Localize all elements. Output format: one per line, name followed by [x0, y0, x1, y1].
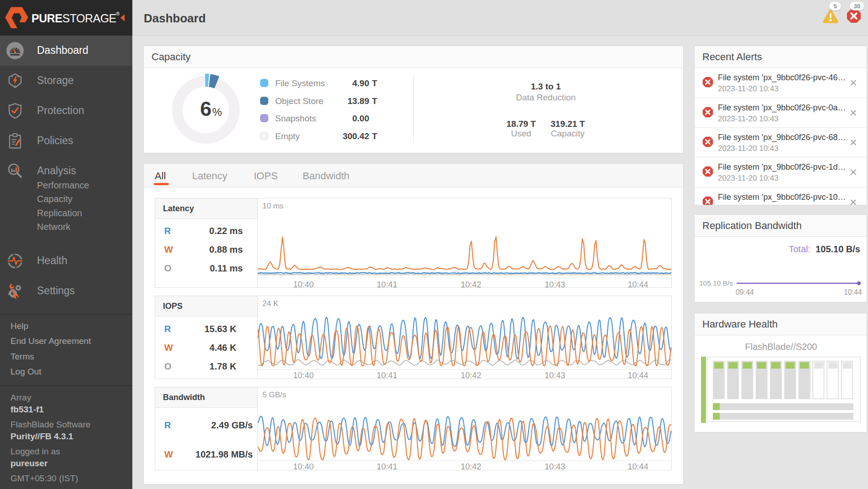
svg-text:10:44: 10:44: [844, 288, 862, 296]
svg-text:10:44: 10:44: [627, 280, 648, 288]
svg-text:24 K: 24 K: [262, 299, 279, 308]
svg-text:10:43: 10:43: [544, 371, 565, 379]
svg-text:10:41: 10:41: [376, 371, 397, 379]
svg-text:10:42: 10:42: [460, 280, 481, 288]
svg-text:10:44: 10:44: [627, 462, 648, 470]
svg-text:10 ms: 10 ms: [262, 202, 283, 210]
svg-text:10:42: 10:42: [460, 371, 481, 379]
svg-text:10:40: 10:40: [293, 462, 314, 470]
svg-text:6: 6: [200, 97, 211, 120]
svg-text:10:43: 10:43: [544, 280, 565, 288]
svg-text:105.10 B/s: 105.10 B/s: [699, 279, 733, 287]
svg-text:10:43: 10:43: [544, 462, 565, 470]
svg-text:10:41: 10:41: [376, 462, 397, 470]
svg-text:10:42: 10:42: [460, 462, 481, 470]
svg-text:10:40: 10:40: [293, 280, 314, 288]
svg-text:%: %: [212, 106, 222, 118]
svg-text:09:44: 09:44: [736, 288, 754, 296]
svg-text:10:41: 10:41: [376, 280, 397, 288]
svg-text:5 GB/s: 5 GB/s: [262, 390, 286, 399]
svg-text:10:40: 10:40: [293, 371, 314, 379]
svg-text:10:44: 10:44: [627, 371, 648, 379]
